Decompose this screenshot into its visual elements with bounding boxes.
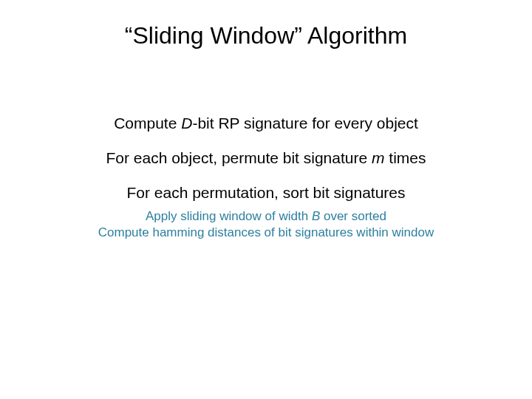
step1-var: D	[181, 115, 192, 132]
sub1-pre: Apply sliding window of width	[146, 209, 312, 223]
algorithm-substep-2: Compute hamming distances of bit signatu…	[0, 225, 532, 240]
step1-pre: Compute	[114, 115, 181, 132]
sub1-var: B	[312, 209, 320, 223]
step2-pre: For each object, permute bit signature	[106, 149, 372, 166]
algorithm-step-1: Compute D-bit RP signature for every obj…	[0, 115, 532, 132]
step2-post: times	[385, 149, 426, 166]
slide-title: “Sliding Window” Algorithm	[0, 22, 532, 50]
algorithm-step-2: For each object, permute bit signature m…	[0, 149, 532, 167]
sub1-post: over sorted	[320, 209, 386, 223]
step1-post: -bit RP signature for every object	[192, 115, 417, 132]
algorithm-substep-1: Apply sliding window of width B over sor…	[0, 209, 532, 224]
algorithm-step-3: For each permutation, sort bit signature…	[0, 184, 532, 202]
slide: “Sliding Window” Algorithm Compute D-bit…	[0, 0, 532, 399]
step2-var: m	[372, 149, 385, 166]
